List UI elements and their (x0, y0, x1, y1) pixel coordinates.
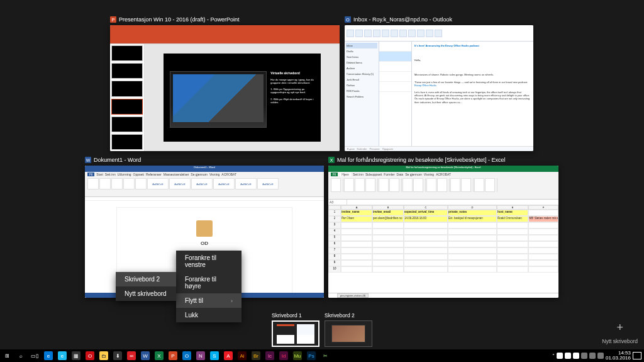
cell[interactable] (528, 210, 558, 216)
para-button[interactable] (135, 178, 147, 189)
rowhead[interactable]: 9 (328, 260, 341, 266)
taskbar-snipping-button[interactable]: ✂ (318, 349, 332, 362)
colhead-e[interactable]: E (497, 205, 528, 210)
xl-tab-acrobat[interactable]: ACROBAT (436, 173, 451, 176)
xl-rb[interactable] (379, 178, 389, 192)
ctx-sub-desktop2[interactable]: Skrivebord 2 (116, 272, 176, 286)
desktop-1[interactable]: Skrivebord 1 (272, 312, 319, 347)
slide-thumb[interactable] (111, 134, 143, 150)
ctx-snap-left[interactable]: Forankre til venstre (176, 251, 242, 272)
message-item[interactable] (379, 42, 411, 52)
cell[interactable]: Roald Ommundsen (497, 216, 528, 222)
grid[interactable]: 1 invitee_name invitee_email expected_ar… (328, 210, 558, 273)
tab-visning[interactable]: Visning (209, 173, 219, 176)
xl-tab-visning[interactable]: Visning (424, 173, 434, 176)
taskbar-ie-button[interactable]: e (55, 349, 69, 362)
tab-referanser[interactable]: Referanser (146, 173, 162, 176)
ribbon-button[interactable] (373, 30, 380, 37)
xl-rb[interactable] (389, 178, 399, 192)
cell[interactable]: Evt. beskjed til resepsjonen (448, 216, 497, 222)
tab-segjennom[interactable]: Se gjennom (191, 173, 208, 176)
clock[interactable]: 14:53 01.03.2016 (606, 351, 631, 361)
rowhead[interactable]: 7 (328, 247, 341, 254)
rowhead[interactable]: 8 (328, 254, 341, 260)
taskbar-powerpoint-button[interactable]: P (166, 349, 180, 362)
sheet-tab[interactable]: pre-register-visitors (8) (337, 293, 369, 298)
nav-archive[interactable]: Archive (346, 65, 377, 71)
cell[interactable]: host_name (497, 210, 528, 216)
ctx-sub-new-desktop[interactable]: Nytt skrivebord (116, 286, 176, 301)
mail-link[interactable]: Envoy Office Hacks (414, 84, 436, 87)
xl-rb[interactable] (485, 178, 495, 192)
xl-tab-segjennom[interactable]: Se gjennom (405, 173, 422, 176)
rowhead[interactable]: 5 (328, 235, 341, 241)
taskbar-skype-button[interactable]: S (208, 349, 221, 362)
ribbon-button[interactable] (391, 30, 398, 37)
xl-rb[interactable] (344, 178, 354, 192)
cell-warning[interactable]: NB! Slettes raden må slettes (528, 216, 558, 222)
xl-tab-side[interactable]: Sideoppsett (365, 173, 382, 176)
new-desktop-button[interactable]: + Nytt skrivebord (602, 321, 638, 346)
ribbon-button[interactable] (364, 30, 372, 37)
ribbon-button[interactable] (382, 30, 389, 37)
xl-tab-fil[interactable]: Fil (331, 173, 338, 176)
cell[interactable]: invitee_name (341, 210, 372, 216)
xl-rb[interactable] (450, 178, 460, 192)
style-button[interactable]: AaBbCcE (257, 178, 279, 189)
xl-rb[interactable] (402, 178, 413, 192)
xl-rb[interactable] (413, 178, 423, 192)
xl-tab-hjem[interactable]: Hjem (340, 173, 351, 176)
tab-utforming[interactable]: Utforming (118, 173, 131, 176)
excel-window[interactable]: Mal for forhåndsregistrering av besøkend… (328, 166, 558, 298)
tray-icon[interactable] (589, 353, 596, 359)
taskbar-search-button[interactable]: ⌕ (14, 349, 28, 362)
ribbon-button[interactable] (426, 30, 433, 37)
taskbar-photoshop-button[interactable]: Ps (304, 349, 318, 362)
tab-fil[interactable]: Fil (87, 173, 94, 176)
tab-oppsett[interactable]: Oppsett (133, 173, 145, 176)
nav-convhist[interactable]: Conversation History (1) (346, 71, 377, 77)
slide-thumb[interactable] (111, 99, 143, 115)
style-button[interactable]: AaBbCcE (169, 178, 191, 189)
taskbar-onenote-button[interactable]: N (194, 349, 208, 362)
nav-search[interactable]: Search Folders (346, 94, 377, 99)
font-button[interactable] (111, 178, 123, 189)
footer-mail[interactable]: E-post (347, 147, 355, 150)
xl-rb[interactable] (461, 178, 471, 192)
para-button[interactable] (123, 178, 135, 189)
colhead-b[interactable]: B (372, 205, 404, 210)
tray-icon[interactable] (597, 353, 604, 359)
nav-sent[interactable]: Sent Items (346, 54, 377, 60)
taskbar-excel-button[interactable]: X (152, 349, 166, 362)
tray-up-icon[interactable]: ˄ (552, 353, 555, 359)
rowhead[interactable]: 3 (328, 222, 341, 229)
formula-bar[interactable] (347, 200, 558, 205)
xl-rb[interactable] (355, 178, 365, 192)
xl-rb[interactable] (365, 178, 375, 192)
tab-masse[interactable]: Masseutsendelser (164, 173, 189, 176)
message-item[interactable] (379, 82, 411, 92)
message-item[interactable] (379, 62, 411, 72)
rowhead[interactable]: 2 (328, 216, 341, 222)
tray-icon[interactable] (557, 353, 563, 359)
taskbar-acrobat-button[interactable]: A (221, 349, 235, 362)
ribbon-button[interactable] (399, 30, 407, 37)
taskbar-opera-button[interactable]: O (83, 349, 97, 362)
taskbar-illustrator-button[interactable]: Ai (235, 349, 249, 362)
rowhead[interactable]: 4 (328, 229, 341, 235)
nav-inbox[interactable]: Inbox (346, 43, 377, 48)
ribbon-button[interactable] (347, 30, 354, 37)
nav-drafts[interactable]: Drafts (346, 48, 377, 54)
cell[interactable]: expected_arrival_time (404, 210, 448, 216)
taskbar-start-button[interactable]: ⊞ (0, 349, 14, 362)
slide-thumb[interactable] (111, 63, 143, 79)
taskbar-creative-cloud-button[interactable]: ∞ (125, 349, 138, 362)
action-center-icon[interactable] (633, 352, 641, 359)
rowhead[interactable]: 6 (328, 241, 341, 247)
cell[interactable]: per.olsen@bedriften.no (372, 216, 404, 222)
taskbar-indesign-button[interactable]: Id (277, 349, 291, 362)
footer-tasks[interactable]: Oppgaver (382, 147, 394, 150)
slide-thumb[interactable] (111, 45, 143, 61)
taskbar-outlook-button[interactable]: O (180, 349, 194, 362)
taskbar-edge-button[interactable]: e (42, 349, 55, 362)
